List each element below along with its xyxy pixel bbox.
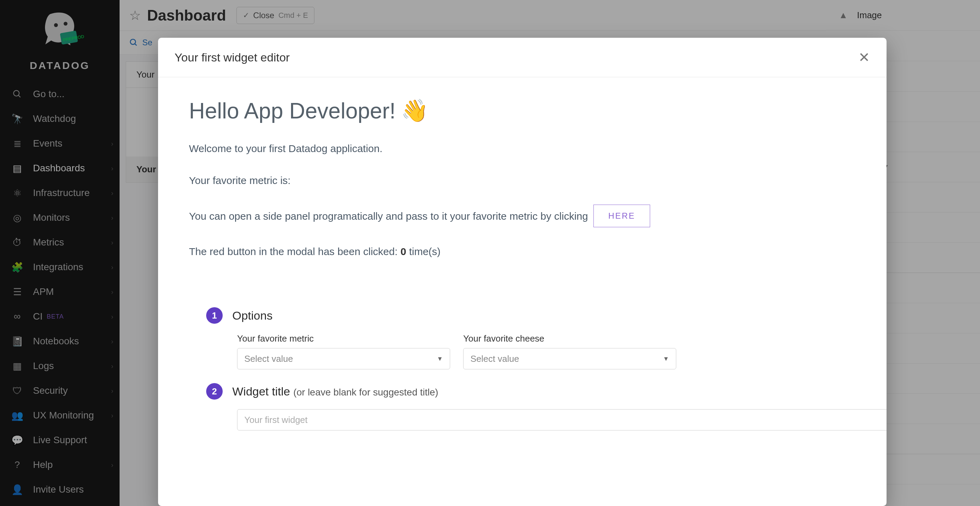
here-button[interactable]: HERE <box>593 205 650 227</box>
modal-body: Hello App Developer! 👋 Welcome to your f… <box>158 77 886 451</box>
chevron-down-icon: ▼ <box>437 355 443 363</box>
select-placeholder: Select value <box>244 354 293 364</box>
wave-emoji-icon: 👋 <box>401 98 428 124</box>
select-favorite-cheese[interactable]: Select value ▼ <box>463 348 676 370</box>
field-favorite-metric: Your favorite metric Select value ▼ <box>237 333 450 370</box>
section-title-hint: (or leave blank for suggested title) <box>293 387 439 398</box>
field-label-cheese: Your favorite cheese <box>463 333 676 344</box>
welcome-text: Welcome to your first Datadog applicatio… <box>189 141 856 156</box>
open-panel-text: You can open a side panel programaticall… <box>189 208 588 224</box>
select-placeholder: Select value <box>471 354 519 364</box>
modal-title: Your first widget editor <box>175 51 290 64</box>
click-suffix: time(s) <box>406 246 441 257</box>
widget-editor-modal: Your first widget editor ✕ Hello App Dev… <box>158 38 886 506</box>
metric-line: Your favorite metric is: <box>189 173 856 188</box>
step-badge-1: 1 <box>206 307 223 324</box>
select-favorite-metric[interactable]: Select value ▼ <box>237 348 450 370</box>
section-title-widget-title: Widget title (or leave blank for suggest… <box>232 385 438 398</box>
hello-text: Hello App Developer! <box>189 98 396 124</box>
section-options: 1 Options Your favorite metric Select va… <box>189 307 856 430</box>
click-prefix: The red button in the modal has been cli… <box>189 246 400 257</box>
section-title-options: Options <box>232 309 272 322</box>
modal-header: Your first widget editor ✕ <box>158 38 886 77</box>
click-count-line: The red button in the modal has been cli… <box>189 244 856 259</box>
close-icon[interactable]: ✕ <box>858 49 870 65</box>
open-panel-line: You can open a side panel programaticall… <box>189 205 856 227</box>
click-count: 0 <box>400 246 406 257</box>
chevron-down-icon: ▼ <box>663 355 669 363</box>
step-badge-2: 2 <box>206 383 223 400</box>
field-favorite-cheese: Your favorite cheese Select value ▼ <box>463 333 676 370</box>
field-label-metric: Your favorite metric <box>237 333 450 344</box>
section-title-text: Widget title <box>232 385 290 398</box>
hello-heading: Hello App Developer! 👋 <box>189 98 856 124</box>
widget-title-input[interactable] <box>237 409 886 430</box>
